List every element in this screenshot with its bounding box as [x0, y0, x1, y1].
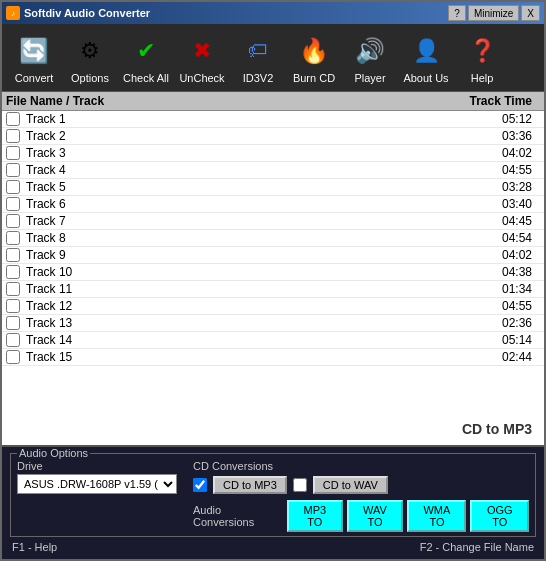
check-all-button[interactable]: ✔ Check All: [122, 32, 170, 84]
burn-cd-button[interactable]: 🔥 Burn CD: [290, 32, 338, 84]
table-row: Track 804:54: [2, 230, 544, 247]
table-row: Track 704:45: [2, 213, 544, 230]
track-checkbox-9[interactable]: [6, 248, 20, 262]
table-row: Track 105:12: [2, 111, 544, 128]
cd-to-mp3-checkbox[interactable]: [193, 478, 207, 492]
ogg-to-button[interactable]: OGG TO: [470, 500, 529, 532]
track-name-12: Track 12: [26, 299, 450, 313]
track-checkbox-12[interactable]: [6, 299, 20, 313]
track-name-7: Track 7: [26, 214, 450, 228]
track-name-4: Track 4: [26, 163, 450, 177]
wma-to-button[interactable]: WMA TO: [407, 500, 466, 532]
audio-options-group: Audio Options Drive ASUS .DRW-1608P v1.5…: [10, 453, 536, 537]
options-label: Options: [71, 72, 109, 84]
track-name-9: Track 9: [26, 248, 450, 262]
track-time-9: 04:02: [450, 248, 540, 262]
id3v2-button[interactable]: 🏷 ID3V2: [234, 32, 282, 84]
close-button[interactable]: X: [521, 5, 540, 21]
cd-to-mp3-watermark: CD to MP3: [2, 413, 544, 445]
table-row: Track 1101:34: [2, 281, 544, 298]
track-time-3: 04:02: [450, 146, 540, 160]
track-time-8: 04:54: [450, 231, 540, 245]
track-name-1: Track 1: [26, 112, 450, 126]
wav-to-button[interactable]: WAV TO: [347, 500, 404, 532]
cd-to-mp3-button[interactable]: CD to MP3: [213, 476, 287, 494]
track-name-11: Track 11: [26, 282, 450, 296]
table-header: File Name / Track Track Time: [2, 92, 544, 111]
track-checkbox-2[interactable]: [6, 129, 20, 143]
track-time-4: 04:55: [450, 163, 540, 177]
cd-conversions-section: CD Conversions CD to MP3 CD to WAV Audio…: [193, 460, 529, 532]
window-title: Softdiv Audio Converter: [24, 7, 150, 19]
table-row: Track 404:55: [2, 162, 544, 179]
id3v2-label: ID3V2: [243, 72, 274, 84]
track-time-14: 05:14: [450, 333, 540, 347]
audio-options-label: Audio Options: [17, 447, 90, 459]
track-checkbox-8[interactable]: [6, 231, 20, 245]
table-row: Track 1302:36: [2, 315, 544, 332]
table-row: Track 1502:44: [2, 349, 544, 366]
minimize-button[interactable]: Minimize: [468, 5, 519, 21]
track-time-1: 05:12: [450, 112, 540, 126]
bottom-status-row: F1 - Help F2 - Change File Name: [10, 541, 536, 553]
drive-label: Drive: [17, 460, 177, 472]
table-row: Track 904:02: [2, 247, 544, 264]
drive-select[interactable]: ASUS .DRW-1608P v1.59 (0:0:0): [17, 474, 177, 494]
cd-to-mp3-row: CD to MP3 CD to WAV: [193, 476, 529, 494]
uncheck-icon: ✖: [183, 32, 221, 70]
track-checkbox-5[interactable]: [6, 180, 20, 194]
check-all-icon: ✔: [127, 32, 165, 70]
drive-section: Drive ASUS .DRW-1608P v1.59 (0:0:0): [17, 460, 177, 532]
table-row: Track 1004:38: [2, 264, 544, 281]
player-icon: 🔊: [351, 32, 389, 70]
track-checkbox-3[interactable]: [6, 146, 20, 160]
burn-cd-label: Burn CD: [293, 72, 335, 84]
player-label: Player: [354, 72, 385, 84]
track-name-10: Track 10: [26, 265, 450, 279]
toolbar: 🔄 Convert ⚙ Options ✔ Check All ✖ UnChec…: [2, 24, 544, 92]
bottom-panel: Audio Options Drive ASUS .DRW-1608P v1.5…: [2, 445, 544, 559]
track-time-5: 03:28: [450, 180, 540, 194]
track-checkbox-11[interactable]: [6, 282, 20, 296]
player-button[interactable]: 🔊 Player: [346, 32, 394, 84]
track-checkbox-14[interactable]: [6, 333, 20, 347]
track-time-12: 04:55: [450, 299, 540, 313]
id3v2-icon: 🏷: [239, 32, 277, 70]
options-icon: ⚙: [71, 32, 109, 70]
track-name-14: Track 14: [26, 333, 450, 347]
help-button[interactable]: ❓ Help: [458, 32, 506, 84]
track-time-10: 04:38: [450, 265, 540, 279]
track-checkbox-1[interactable]: [6, 112, 20, 126]
f1-help-text: F1 - Help: [12, 541, 57, 553]
about-us-icon: 👤: [407, 32, 445, 70]
table-row: Track 603:40: [2, 196, 544, 213]
options-button[interactable]: ⚙ Options: [66, 32, 114, 84]
cd-conversions-label: CD Conversions: [193, 460, 529, 472]
track-checkbox-4[interactable]: [6, 163, 20, 177]
column-header-name: File Name / Track: [6, 94, 450, 108]
cd-to-wav-button[interactable]: CD to WAV: [313, 476, 388, 494]
track-checkbox-7[interactable]: [6, 214, 20, 228]
mp3-to-button[interactable]: MP3 TO: [287, 500, 343, 532]
bottom-row1: Drive ASUS .DRW-1608P v1.59 (0:0:0) CD C…: [17, 460, 529, 532]
title-bar-right: ? Minimize X: [448, 5, 540, 21]
main-window: ♪ Softdiv Audio Converter ? Minimize X 🔄…: [0, 0, 546, 561]
help-title-button[interactable]: ?: [448, 5, 466, 21]
track-table: File Name / Track Track Time Track 105:1…: [2, 92, 544, 413]
table-row: Track 1405:14: [2, 332, 544, 349]
track-checkbox-6[interactable]: [6, 197, 20, 211]
track-checkbox-13[interactable]: [6, 316, 20, 330]
about-us-button[interactable]: 👤 About Us: [402, 32, 450, 84]
audio-conversions-row: Audio Conversions MP3 TO WAV TO WMA TO O…: [193, 500, 529, 532]
track-checkbox-10[interactable]: [6, 265, 20, 279]
uncheck-button[interactable]: ✖ UnCheck: [178, 32, 226, 84]
track-name-5: Track 5: [26, 180, 450, 194]
title-bar: ♪ Softdiv Audio Converter ? Minimize X: [2, 2, 544, 24]
table-row: Track 304:02: [2, 145, 544, 162]
convert-button[interactable]: 🔄 Convert: [10, 32, 58, 84]
track-checkbox-15[interactable]: [6, 350, 20, 364]
help-toolbar-label: Help: [471, 72, 494, 84]
convert-label: Convert: [15, 72, 54, 84]
track-time-15: 02:44: [450, 350, 540, 364]
cd-to-wav-checkbox[interactable]: [293, 478, 307, 492]
